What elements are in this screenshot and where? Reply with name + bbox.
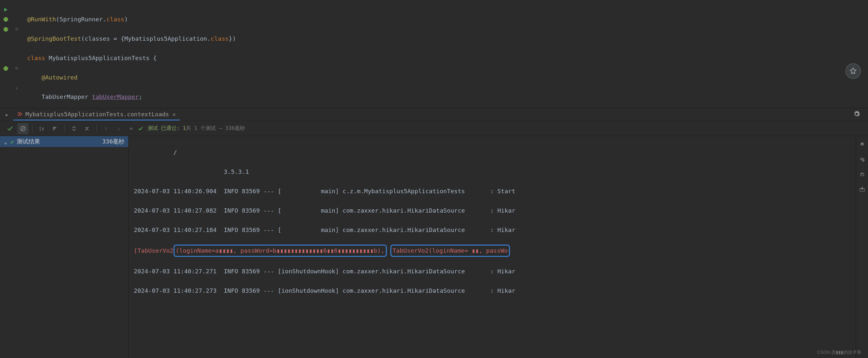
console-line: 3.5.3.1: [134, 167, 868, 177]
soft-wrap-icon[interactable]: [860, 155, 865, 165]
expand-icon[interactable]: [68, 123, 80, 134]
watermark-text: CSDN @▮▮▮的技术客: [817, 350, 862, 355]
annotation: @RunWith: [27, 16, 56, 23]
test-results-root[interactable]: ⌄ ✔ 测试结果 336毫秒: [0, 136, 128, 147]
svg-rect-9: [861, 174, 864, 176]
run-triangle-icon[interactable]: [3, 7, 8, 12]
sort-duration-icon[interactable]: [50, 123, 60, 134]
run-tool-window: ▸ Mybatisplus5ApplicationTests.contextLo…: [0, 108, 868, 358]
spring-leaf-icon: [3, 27, 8, 32]
console-side-toolbar: [856, 136, 868, 358]
pass-icon[interactable]: [4, 123, 16, 134]
console-line: 2024-07-03 11:40:27.273 INFO 83569 --- […: [134, 286, 868, 296]
tree-duration: 336毫秒: [102, 138, 124, 145]
ai-assistant-icon[interactable]: [845, 63, 861, 79]
console-line: /: [134, 148, 868, 157]
print-icon[interactable]: [860, 170, 865, 180]
fold-icon[interactable]: ⊟: [16, 27, 18, 31]
spring-leaf-icon: [3, 66, 8, 71]
annotation: @SpringBootTest: [27, 35, 81, 42]
field-ref: tabUserMapper: [92, 93, 139, 100]
svg-line-2: [21, 127, 25, 130]
console-line: 2024-07-03 11:40:27.082 INFO 83569 --- […: [134, 206, 868, 216]
console-output[interactable]: / 3.5.3.1 2024-07-03 11:40:26.904 INFO 8…: [129, 136, 868, 358]
stderr-line: [TabUserVo2(loginName=a▮▮▮▮, passWord=b▮…: [134, 245, 868, 257]
code-editor[interactable]: ⊟ ⊟ ⊥ @RunWith(SpringRunner.class) @Spri…: [0, 0, 868, 108]
highlighted-output: (loginName=a▮▮▮▮, passWord=b▮▮▮▮▮▮▮▮▮▮▮▮…: [174, 245, 387, 257]
test-status-text: 测试 已通过: 1共 1 个测试 – 336毫秒: [148, 125, 245, 132]
svg-rect-7: [53, 130, 54, 130]
gear-icon[interactable]: [853, 110, 860, 119]
test-toolbar: az ↑ ↓ » 测试 已通过: 1共 1 个测试 – 336毫秒: [0, 121, 868, 136]
test-run-tab[interactable]: Mybatisplus5ApplicationTests.contextLoad…: [13, 109, 180, 121]
run-arrows-icon: [17, 111, 22, 117]
console-line: 2024-07-03 11:40:27.184 INFO 83569 --- […: [134, 225, 868, 235]
fold-icon[interactable]: ⊟: [16, 66, 18, 70]
tree-label: 测试结果: [17, 138, 40, 145]
test-tree[interactable]: ⌄ ✔ 测试结果 336毫秒: [0, 136, 129, 358]
fold-column: ⊟ ⊟ ⊥: [15, 0, 27, 108]
sort-alpha-icon[interactable]: az: [36, 123, 48, 134]
tool-tab-bar: ▸ Mybatisplus5ApplicationTests.contextLo…: [0, 108, 868, 121]
close-icon[interactable]: ✕: [172, 111, 176, 118]
scroll-up-icon[interactable]: [860, 140, 865, 150]
collapse-icon[interactable]: [82, 123, 92, 134]
console-line: 2024-07-03 11:40:27.271 INFO 83569 --- […: [134, 266, 868, 276]
svg-rect-6: [53, 128, 55, 129]
fold-end-icon[interactable]: ⊥: [16, 86, 18, 90]
console-line: 2024-07-03 11:40:26.904 INFO 83569 --- […: [134, 187, 868, 196]
spring-leaf-icon: [3, 17, 8, 22]
svg-text:z: z: [39, 129, 41, 131]
editor-gutter: [0, 0, 15, 108]
tab-label: Mybatisplus5ApplicationTests.contextLoad…: [26, 111, 169, 118]
up-icon[interactable]: ↑: [100, 123, 112, 134]
code-text[interactable]: @RunWith(SpringRunner.class) @SpringBoot…: [27, 0, 350, 108]
chevron-down-icon[interactable]: ⌄: [4, 138, 7, 145]
hide-icon[interactable]: ▸: [5, 111, 9, 118]
highlighted-output: TabUserVo2(loginName= ▮▮, passWo: [391, 245, 510, 257]
annotation: @Autowired: [42, 74, 78, 81]
svg-marker-0: [4, 8, 7, 12]
ignore-icon[interactable]: [18, 123, 28, 134]
check-icon: [138, 126, 143, 131]
svg-rect-5: [53, 127, 56, 128]
more-icon[interactable]: »: [130, 125, 133, 131]
passed-icon: ✔: [11, 138, 14, 145]
export-icon[interactable]: [859, 185, 865, 195]
down-icon[interactable]: ↓: [114, 123, 124, 134]
svg-rect-10: [861, 173, 863, 174]
